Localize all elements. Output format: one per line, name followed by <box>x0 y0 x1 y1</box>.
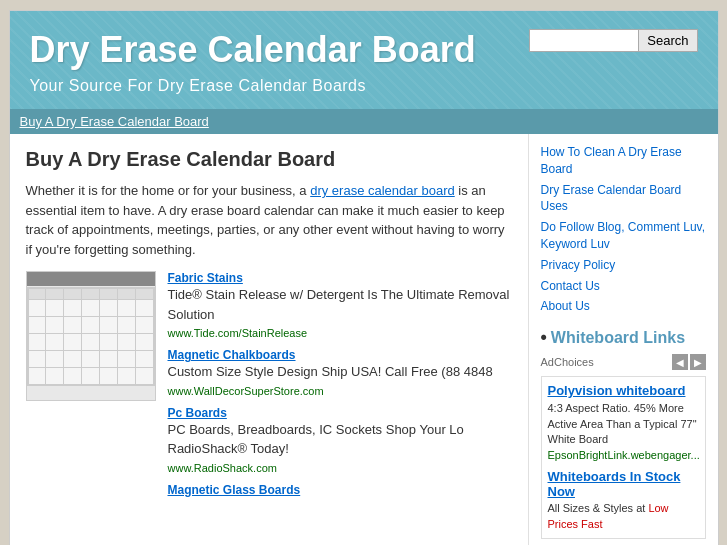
ad-choices-label: AdChoices <box>541 356 594 368</box>
sidebar-link-contact[interactable]: Contact Us <box>541 278 706 295</box>
ad-link-magnetic-glass-boards[interactable]: Magnetic Glass Boards <box>168 483 512 497</box>
ad-link-fabric-stains[interactable]: Fabric Stains <box>168 271 512 285</box>
ad-choices-bar: AdChoices ◀ ▶ <box>541 354 706 370</box>
dry-erase-link[interactable]: dry erase calendar board <box>310 183 455 198</box>
ad-item: Magnetic Chalkboards Custom Size Style D… <box>168 348 512 398</box>
sidebar: How To Clean A Dry Erase Board Dry Erase… <box>528 134 718 545</box>
sidebar-link-blog[interactable]: Do Follow Blog, Comment Luv, Keyword Luv <box>541 219 706 253</box>
whiteboard-links-title: Whiteboard Links <box>541 327 706 348</box>
breadcrumb-bar: Buy A Dry Erase Calendar Board <box>10 109 718 134</box>
content-wrapper: Buy A Dry Erase Calendar Board Whether i… <box>10 134 718 545</box>
sidebar-link-about[interactable]: About Us <box>541 298 706 315</box>
sidebar-links: How To Clean A Dry Erase Board Dry Erase… <box>541 144 706 315</box>
page-title: Buy A Dry Erase Calendar Board <box>26 148 512 171</box>
ad-area: Fabric Stains Tide® Stain Release w/ Det… <box>26 271 512 505</box>
sidebar-ad-block: Polyvision whiteboard 4:3 Aspect Ratio. … <box>541 376 706 539</box>
sidebar-link-privacy[interactable]: Privacy Policy <box>541 257 706 274</box>
search-input[interactable] <box>529 29 639 52</box>
search-form[interactable]: Search <box>529 29 697 52</box>
ad-nav-arrows: ◀ ▶ <box>672 354 706 370</box>
sidebar-ad2-title[interactable]: Whiteboards In Stock Now <box>548 469 699 499</box>
ad-next-arrow[interactable]: ▶ <box>690 354 706 370</box>
calendar-image <box>26 271 156 401</box>
main-content: Buy A Dry Erase Calendar Board Whether i… <box>10 134 528 545</box>
sidebar-ad1-title[interactable]: Polyvision whiteboard <box>548 383 699 398</box>
sidebar-ad2-accent: Low Prices Fast <box>548 502 669 529</box>
breadcrumb-link[interactable]: Buy A Dry Erase Calendar Board <box>20 114 209 129</box>
ad-link-pc-boards[interactable]: Pc Boards <box>168 406 512 420</box>
sidebar-ad1-desc: 4:3 Aspect Ratio. 45% More Active Area T… <box>548 402 697 445</box>
ad-item: Fabric Stains Tide® Stain Release w/ Det… <box>168 271 512 340</box>
ad-prev-arrow[interactable]: ◀ <box>672 354 688 370</box>
ad-link-magnetic-chalkboards[interactable]: Magnetic Chalkboards <box>168 348 512 362</box>
intro-paragraph: Whether it is for the home or for your b… <box>26 181 512 259</box>
sidebar-ad2-desc: All Sizes & Styles at Low Prices Fast <box>548 502 669 529</box>
sidebar-ad1-url: EpsonBrightLink.webengager... <box>548 449 699 461</box>
site-header: Dry Erase Calendar Board Your Source For… <box>10 11 718 109</box>
site-subtitle: Your Source For Dry Erase Calendar Board… <box>30 77 698 95</box>
ad-item: Magnetic Glass Boards <box>168 483 512 497</box>
sidebar-link-uses[interactable]: Dry Erase Calendar Board Uses <box>541 182 706 216</box>
ad-item: Pc Boards PC Boards, Breadboards, IC Soc… <box>168 406 512 475</box>
ad-links-list: Fabric Stains Tide® Stain Release w/ Det… <box>168 271 512 505</box>
search-button[interactable]: Search <box>639 29 697 52</box>
sidebar-link-clean[interactable]: How To Clean A Dry Erase Board <box>541 144 706 178</box>
